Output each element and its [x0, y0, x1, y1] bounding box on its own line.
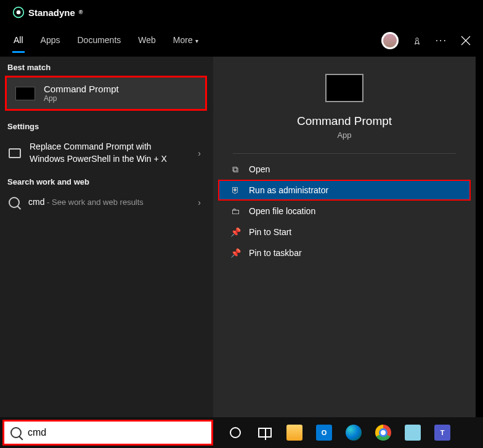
pin-icon: 📌 [230, 227, 240, 237]
detail-subtitle: App [337, 130, 351, 140]
taskbar-search-box[interactable]: cmd [2, 420, 213, 446]
action-list: ⧉ Open ⛨ Run as administrator 🗀 Open fil… [213, 159, 476, 263]
tab-all[interactable]: All [12, 29, 25, 53]
search-icon [9, 197, 20, 208]
edge-button[interactable] [340, 417, 367, 448]
settings-item-icon [9, 148, 21, 158]
task-view-icon [258, 428, 272, 438]
tab-more[interactable]: More [172, 29, 200, 53]
search-item-desc: - See work and web results [44, 198, 143, 207]
cmd-thumbnail-icon [15, 87, 35, 100]
divider [233, 153, 456, 154]
action-pin-to-taskbar[interactable]: 📌 Pin to taskbar [213, 242, 476, 263]
main-content: Best match Command Prompt App Settings R… [0, 57, 483, 417]
chrome-button[interactable] [370, 417, 397, 448]
settings-header: Settings [0, 116, 213, 135]
svg-point-1 [17, 10, 21, 15]
notepad-icon [405, 425, 421, 441]
action-pin-to-start[interactable]: 📌 Pin to Start [213, 222, 476, 242]
results-pane: Best match Command Prompt App Settings R… [0, 57, 213, 417]
detail-title: Command Prompt [297, 114, 392, 128]
search-icon [10, 427, 22, 438]
best-match-item[interactable]: Command Prompt App [5, 76, 207, 111]
action-open-file-location[interactable]: 🗀 Open file location [213, 201, 476, 222]
chrome-icon [375, 425, 391, 441]
outlook-button[interactable]: O [310, 417, 338, 448]
settings-item[interactable]: Replace Command Prompt with Windows Powe… [0, 135, 213, 171]
search-input-value: cmd [28, 427, 46, 438]
best-match-subtitle: App [44, 94, 119, 103]
folder-icon: 🗀 [230, 206, 240, 216]
taskbar-icons: O T [222, 417, 456, 448]
user-avatar[interactable] [381, 32, 399, 49]
tab-documents[interactable]: Documents [76, 29, 122, 53]
brand-logo: Stanadyne® [12, 6, 83, 18]
brand-logo-icon [12, 6, 25, 18]
edge-icon [346, 425, 362, 441]
outlook-icon: O [316, 425, 332, 441]
search-web-header: Search work and web [0, 171, 213, 190]
tab-web[interactable]: Web [137, 29, 157, 53]
tabs-left: All Apps Documents Web More [12, 29, 200, 53]
tab-apps[interactable]: Apps [39, 29, 62, 53]
rewards-icon[interactable] [412, 36, 422, 46]
brand-bar: Stanadyne® [0, 0, 483, 25]
pin-icon: 📌 [230, 248, 240, 258]
chevron-right-icon: › [198, 198, 201, 207]
search-web-item[interactable]: cmd - See work and web results › [0, 190, 213, 215]
file-explorer-button[interactable] [281, 417, 308, 448]
action-run-as-admin[interactable]: ⛨ Run as administrator [218, 180, 471, 201]
chevron-right-icon: › [198, 148, 201, 158]
notepad-button[interactable] [399, 417, 426, 448]
task-view-button[interactable] [251, 417, 278, 448]
tabs-right: ··· [381, 32, 471, 49]
cortana-button[interactable] [222, 417, 249, 448]
file-explorer-icon [286, 425, 302, 441]
cortana-icon [230, 427, 241, 438]
best-match-title: Command Prompt [44, 84, 119, 94]
detail-pane: Command Prompt App ⧉ Open ⛨ Run as admin… [213, 57, 476, 417]
search-item-term: cmd [28, 197, 44, 207]
taskbar: cmd O T [0, 417, 483, 448]
brand-text: Stanadyne [28, 7, 75, 18]
app-preview-icon [325, 74, 363, 102]
admin-icon: ⛨ [230, 185, 240, 195]
best-match-header: Best match [0, 57, 213, 76]
open-icon: ⧉ [230, 164, 240, 174]
more-options-icon[interactable]: ··· [436, 35, 447, 46]
teams-icon: T [434, 425, 450, 441]
tabs-bar: All Apps Documents Web More ··· [0, 25, 483, 57]
close-icon[interactable] [461, 36, 471, 46]
teams-button[interactable]: T [429, 417, 456, 448]
action-open[interactable]: ⧉ Open [213, 159, 476, 180]
settings-item-text: Replace Command Prompt with Windows Powe… [30, 141, 177, 165]
